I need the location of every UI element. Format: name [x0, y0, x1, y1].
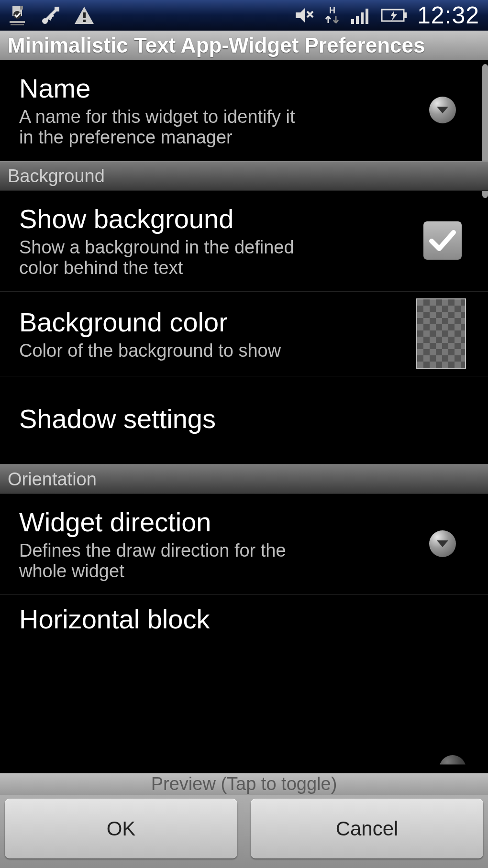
- category-orientation: Orientation: [0, 464, 488, 494]
- pref-shadow-settings[interactable]: Shadow settings: [0, 376, 488, 464]
- svg-rect-11: [356, 16, 359, 24]
- cancel-button[interactable]: Cancel: [251, 799, 483, 858]
- pref-widget-direction-sub: Defines the draw direction for the whole…: [19, 540, 306, 581]
- pref-widget-direction-title: Widget direction: [19, 506, 407, 538]
- svg-text:H: H: [329, 6, 335, 15]
- dropdown-icon[interactable]: [429, 97, 456, 123]
- battery-charging-icon: [381, 5, 408, 26]
- status-clock: 12:32: [417, 1, 479, 29]
- pref-horizontal-block[interactable]: Horizontal block: [0, 595, 488, 635]
- pref-shadow-settings-title: Shadow settings: [19, 403, 469, 434]
- warning-icon: [74, 5, 95, 26]
- pref-name[interactable]: Name A name for this widget to identify …: [0, 60, 488, 161]
- svg-rect-12: [361, 12, 364, 24]
- pref-background-color-title: Background color: [19, 307, 407, 338]
- svg-rect-8: [83, 20, 86, 22]
- download-icon: [7, 5, 28, 26]
- page-title: Minimalistic Text App-Widget Preferences: [0, 31, 488, 60]
- pref-show-background[interactable]: Show background Show a background in the…: [0, 191, 488, 292]
- data-hspa-icon: H: [324, 5, 341, 26]
- svg-rect-1: [20, 6, 23, 10]
- svg-point-2: [13, 11, 21, 19]
- dropdown-icon[interactable]: [429, 530, 456, 557]
- pref-background-color[interactable]: Background color Color of the background…: [0, 292, 488, 376]
- status-bar: H 12:32: [0, 0, 488, 31]
- svg-rect-4: [11, 24, 24, 25]
- pref-background-color-sub: Color of the background to show: [19, 341, 354, 361]
- svg-rect-7: [83, 12, 86, 18]
- pref-name-sub: A name for this widget to identify it in…: [19, 107, 306, 147]
- color-swatch-transparent[interactable]: [416, 298, 466, 369]
- svg-rect-10: [351, 19, 354, 24]
- category-background: Background: [0, 161, 488, 191]
- svg-rect-6: [55, 7, 59, 11]
- pref-show-background-title: Show background: [19, 203, 407, 234]
- svg-rect-3: [10, 21, 25, 23]
- button-bar: OK Cancel: [0, 795, 488, 868]
- pref-widget-direction[interactable]: Widget direction Defines the draw direct…: [0, 494, 488, 595]
- pref-name-title: Name: [19, 73, 407, 104]
- checkbox-checked-icon[interactable]: [423, 221, 462, 260]
- svg-rect-15: [404, 12, 407, 18]
- volume-mute-icon: [294, 5, 315, 26]
- preference-list: Name A name for this widget to identify …: [0, 60, 488, 635]
- ok-button[interactable]: OK: [5, 799, 237, 858]
- svg-point-5: [42, 18, 48, 24]
- preview-toggle-bar[interactable]: Preview (Tap to toggle): [0, 773, 488, 795]
- pref-horizontal-block-title: Horizontal block: [19, 604, 407, 635]
- svg-rect-13: [366, 9, 368, 24]
- signal-icon: [350, 5, 371, 26]
- usb-icon: [40, 5, 61, 26]
- status-right-icons: H 12:32: [294, 1, 479, 29]
- pref-show-background-sub: Show a background in the defined color b…: [19, 237, 306, 278]
- status-left-icons: [7, 5, 95, 26]
